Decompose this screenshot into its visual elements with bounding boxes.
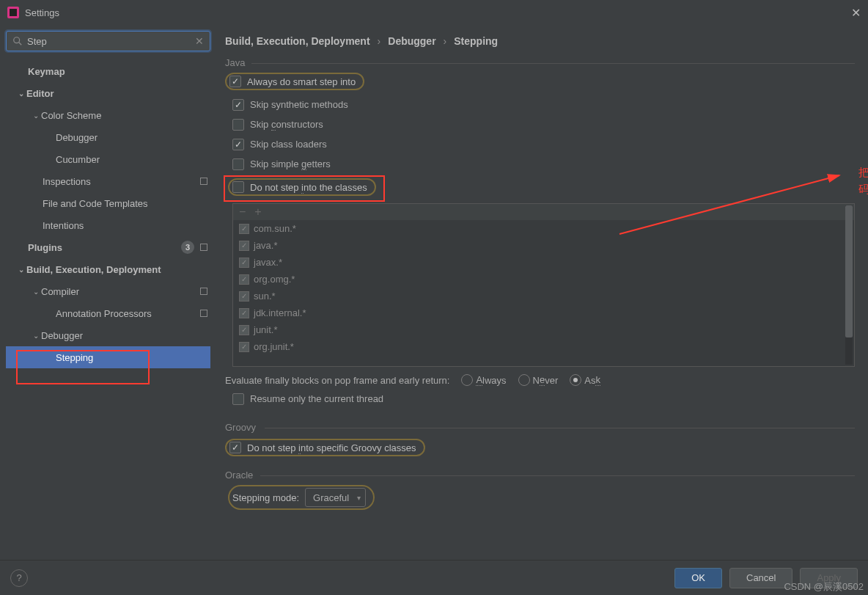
content-panel: Build, Execution, Deployment › Debugger … [216, 25, 868, 553]
item-checkbox[interactable] [239, 241, 249, 251]
window-title: Settings [25, 7, 59, 18]
chevron-down-icon: ⌄ [16, 90, 26, 98]
list-item[interactable]: org.junit.* [233, 338, 854, 355]
breadcrumb: Build, Execution, Deployment › Debugger … [225, 35, 855, 47]
label-groovy-no-step: Do not step into specific Groovy classes [247, 442, 416, 453]
settings-tree: Keymap ⌄Editor ⌄Color Scheme Debugger Cu… [6, 60, 210, 368]
checkbox-skip-loaders[interactable] [232, 139, 244, 150]
chevron-down-icon: ⌄ [31, 288, 41, 296]
item-checkbox[interactable] [239, 325, 249, 335]
label-smart-step: Always do smart step into [247, 76, 356, 87]
highlight-groovy-no-step: Do not step into specific Groovy classes [225, 439, 425, 456]
eval-finally-row: Evaluate finally blocks on pop frame and… [225, 374, 855, 386]
annotation-text: 把这个取消 这样调试的时候就可以进入到源码里面 [858, 164, 868, 197]
tree-cs-debugger[interactable]: Debugger [6, 126, 210, 148]
chevron-right-icon: › [444, 35, 447, 47]
item-checkbox[interactable] [239, 291, 249, 302]
title-bar: Settings ✕ [0, 0, 868, 25]
highlight-smart-step: Always do smart step into [225, 73, 364, 90]
radio-never[interactable]: Never [518, 374, 559, 386]
tree-keymap[interactable]: Keymap [6, 60, 210, 82]
tree-compiler[interactable]: ⌄Compiler [6, 280, 210, 302]
tree-editor[interactable]: ⌄Editor [6, 82, 210, 104]
search-input[interactable] [27, 36, 195, 47]
list-item[interactable]: jdk.internal.* [233, 304, 854, 321]
chevron-down-icon: ⌄ [16, 266, 26, 274]
add-icon[interactable]: + [254, 205, 261, 219]
tree-debugger[interactable]: ⌄Debugger [6, 324, 210, 346]
modified-marker-icon [200, 178, 207, 185]
checkbox-smart-step[interactable] [229, 76, 241, 87]
bc-bed[interactable]: Build, Execution, Deployment [225, 35, 370, 47]
footer: ? OK Cancel Apply [0, 560, 868, 595]
plugins-count-badge: 3 [181, 241, 194, 254]
section-oracle: Oracle [225, 470, 855, 481]
checkbox-skip-synth[interactable] [232, 99, 244, 111]
item-checkbox[interactable] [239, 224, 249, 234]
search-icon [12, 36, 23, 46]
checkbox-skip-getters[interactable] [232, 158, 244, 170]
highlight-no-step-classes: Do not step into the classes [224, 175, 385, 202]
scrollbar-thumb[interactable] [845, 205, 853, 337]
tree-annotation-proc[interactable]: Annotation Processors [6, 302, 210, 324]
label-no-step-classes: Do not step into the classes [250, 182, 367, 193]
radio-ask[interactable]: Ask [570, 374, 600, 386]
modified-marker-icon [200, 244, 207, 251]
clear-search-icon[interactable]: ✕ [195, 35, 204, 47]
chevron-down-icon: ⌄ [31, 112, 41, 120]
tree-intentions[interactable]: Intentions [6, 214, 210, 236]
list-item[interactable]: java.* [233, 237, 854, 254]
svg-line-1 [19, 43, 22, 45]
label-resume: Resume only the current thread [250, 393, 383, 404]
item-checkbox[interactable] [239, 308, 249, 318]
checkbox-resume-current[interactable] [232, 393, 244, 405]
search-field[interactable]: ✕ [6, 31, 210, 51]
class-filter-list: − + com.sun.* java.* javax.* org.omg.* s… [232, 203, 855, 367]
list-item[interactable]: com.sun.* [233, 220, 854, 237]
section-java: Java [225, 57, 855, 68]
tree-inspections[interactable]: Inspections [6, 170, 210, 192]
chevron-down-icon: ⌄ [31, 332, 41, 340]
help-button[interactable]: ? [10, 569, 28, 587]
list-item[interactable]: javax.* [233, 254, 854, 271]
tree-color-scheme[interactable]: ⌄Color Scheme [6, 104, 210, 126]
item-checkbox[interactable] [239, 342, 249, 352]
label-skip-loaders: Skip class loaders [250, 139, 327, 150]
tree-cs-cucumber[interactable]: Cucumber [6, 148, 210, 170]
checkbox-skip-ctor[interactable] [232, 119, 244, 131]
tree-stepping[interactable]: Stepping [6, 346, 210, 368]
close-icon[interactable]: ✕ [851, 6, 861, 20]
list-item[interactable]: org.omg.* [233, 271, 854, 288]
label-skip-ctor: Skip constructors [250, 119, 323, 130]
modified-marker-icon [200, 288, 207, 295]
section-groovy: Groovy [225, 422, 855, 433]
radio-always[interactable]: Always [461, 374, 506, 386]
watermark: CSDN @辰溪0502 [784, 580, 864, 594]
stepping-mode-label: Stepping mode: [232, 492, 299, 503]
ok-button[interactable]: OK [674, 568, 722, 588]
list-item[interactable]: sun.* [233, 288, 854, 304]
svg-point-0 [14, 37, 20, 43]
bc-stepping: Stepping [454, 35, 498, 47]
remove-icon[interactable]: − [239, 205, 246, 219]
modified-marker-icon [200, 310, 207, 317]
highlight-stepping-mode: Stepping mode: Graceful [228, 485, 375, 510]
item-checkbox[interactable] [239, 258, 249, 268]
app-icon [7, 7, 19, 18]
label-skip-getters: Skip simple getters [250, 158, 331, 169]
tree-plugins[interactable]: Plugins3 [6, 236, 210, 258]
checkbox-groovy-no-step[interactable] [229, 442, 241, 453]
list-toolbar: − + [233, 204, 854, 220]
tree-bed[interactable]: ⌄Build, Execution, Deployment [6, 258, 210, 280]
chevron-right-icon: › [378, 35, 381, 47]
eval-label: Evaluate finally blocks on pop frame and… [225, 375, 449, 386]
bc-debugger[interactable]: Debugger [388, 35, 435, 47]
tree-file-templates[interactable]: File and Code Templates [6, 192, 210, 214]
list-item[interactable]: junit.* [233, 321, 854, 338]
sidebar: ✕ Keymap ⌄Editor ⌄Color Scheme Debugger … [0, 25, 216, 553]
item-checkbox[interactable] [239, 274, 249, 285]
checkbox-no-step-classes[interactable] [232, 181, 244, 193]
label-skip-synth: Skip synthetic methods [250, 99, 348, 110]
stepping-mode-dropdown[interactable]: Graceful [305, 488, 366, 507]
